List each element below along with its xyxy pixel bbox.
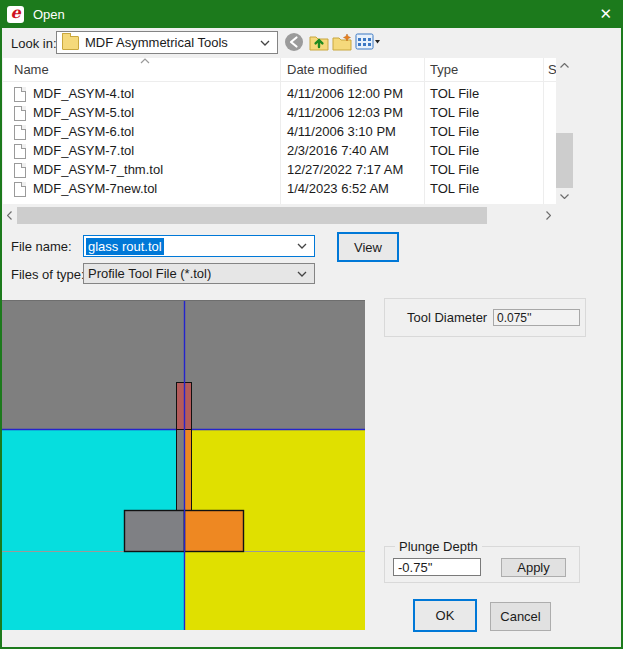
back-button[interactable]: [283, 31, 305, 53]
files-of-type-value: Profile Tool File (*.tol): [88, 266, 211, 281]
file-row[interactable]: MDF_ASYM-6.tol 4/11/2006 3:10 PM TOL Fil…: [3, 122, 556, 141]
file-row[interactable]: MDF_ASYM-7new.tol 1/4/2023 6:52 AM TOL F…: [3, 179, 556, 198]
tool-shank-right: [185, 430, 192, 511]
view-button[interactable]: View: [337, 232, 399, 262]
enroute-logo-icon: e: [7, 6, 24, 23]
tool-diameter-group: Tool Diameter 0.075'': [384, 298, 586, 337]
document-icon: [14, 163, 26, 178]
tool-diameter-label: Tool Diameter: [407, 310, 487, 325]
up-one-level-button[interactable]: [308, 31, 330, 53]
tool-shank-left: [177, 430, 185, 511]
document-icon: [14, 87, 26, 102]
document-icon: [14, 144, 26, 159]
scroll-down-button[interactable]: [556, 189, 573, 204]
document-icon: [14, 106, 26, 121]
back-icon: [284, 32, 304, 52]
scroll-up-button[interactable]: [556, 58, 573, 73]
view-menu-icon: [355, 33, 381, 51]
file-name-label: File name:: [11, 239, 72, 254]
new-folder-button[interactable]: [331, 31, 353, 53]
plunge-depth-label: Plunge Depth: [395, 539, 482, 554]
plunge-depth-input[interactable]: -0.75'': [393, 558, 481, 576]
scrollbar-thumb[interactable]: [17, 207, 487, 224]
folder-icon: [62, 36, 79, 50]
tool-profile-preview: [2, 300, 365, 630]
file-row[interactable]: MDF_ASYM-7.tol 2/3/2016 7:40 AM TOL File: [3, 141, 556, 160]
look-in-value: MDF Asymmetrical Tools: [85, 35, 228, 50]
document-icon: [14, 182, 26, 197]
column-header-name[interactable]: Name: [14, 62, 49, 77]
chevron-right-icon: [546, 211, 551, 220]
list-header: Name Date modified Type Si: [3, 58, 556, 82]
scroll-right-button[interactable]: [541, 207, 556, 224]
files-of-type-combobox[interactable]: Profile Tool File (*.tol): [83, 263, 315, 284]
files-of-type-label: Files of type:: [11, 267, 85, 282]
titlebar: e Open ✕: [0, 0, 623, 28]
chevron-down-icon: [297, 243, 307, 249]
sort-ascending-icon: [140, 58, 150, 64]
column-header-date[interactable]: Date modified: [287, 62, 367, 77]
tool-flange-left: [125, 511, 185, 552]
window-title: Open: [33, 7, 65, 22]
close-icon[interactable]: ✕: [599, 5, 612, 23]
column-header-type[interactable]: Type: [430, 62, 458, 77]
file-row[interactable]: MDF_ASYM-4.tol 4/11/2006 12:00 PM TOL Fi…: [3, 84, 556, 103]
chevron-left-icon: [7, 211, 12, 220]
view-menu-button[interactable]: [354, 31, 382, 53]
file-list: Name Date modified Type Si MDF_ASYM-4.to…: [3, 58, 556, 204]
open-dialog: e Open ✕ Look in: MDF Asymmetrical Tools: [0, 0, 623, 649]
chevron-up-icon: [560, 63, 569, 68]
cancel-button[interactable]: Cancel: [490, 602, 551, 631]
look-in-combobox[interactable]: MDF Asymmetrical Tools: [56, 31, 278, 54]
apply-button[interactable]: Apply: [501, 558, 566, 577]
file-row[interactable]: MDF_ASYM-5.tol 4/11/2006 12:03 PM TOL Fi…: [3, 103, 556, 122]
tool-flange-right: [185, 511, 244, 552]
tool-profile-canvas: [2, 301, 365, 630]
file-name-combobox[interactable]: glass rout.tol: [83, 235, 315, 257]
scrollbar-thumb[interactable]: [556, 133, 573, 188]
vertical-scrollbar[interactable]: [556, 58, 573, 204]
tool-diameter-field: 0.075'': [493, 309, 580, 326]
plunge-depth-group: Plunge Depth -0.75'' Apply: [384, 546, 580, 583]
chevron-down-icon: [560, 194, 569, 199]
file-row[interactable]: MDF_ASYM-7_thm.tol 12/27/2022 7:17 AM TO…: [3, 160, 556, 179]
document-icon: [14, 125, 26, 140]
new-folder-icon: [332, 33, 352, 51]
scroll-left-button[interactable]: [2, 207, 17, 224]
up-folder-icon: [309, 33, 329, 51]
ok-button[interactable]: OK: [413, 599, 477, 632]
look-in-label: Look in:: [11, 36, 57, 51]
file-name-value[interactable]: glass rout.tol: [86, 238, 164, 255]
horizontal-scrollbar[interactable]: [2, 207, 556, 224]
chevron-down-icon: [297, 271, 307, 277]
chevron-down-icon: [260, 40, 270, 46]
